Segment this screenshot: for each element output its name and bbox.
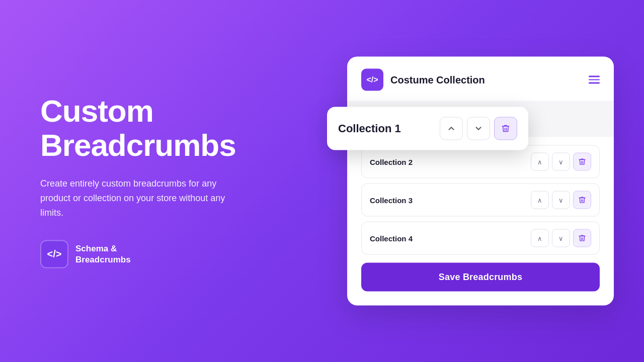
collection-name-2: Collection 2	[370, 157, 413, 166]
move-up-button-2[interactable]: ∧	[531, 153, 549, 171]
save-breadcrumbs-button[interactable]: Save Breadcrumbs	[361, 263, 600, 292]
card-header: </> Costume Collection	[361, 69, 600, 91]
main-title: Custom Breadcrumbs	[40, 94, 242, 162]
trash-icon-1	[501, 124, 510, 133]
brand-icon: </>	[40, 240, 68, 268]
brand-badge: </> Schema & Breadcrumbs	[40, 240, 242, 268]
move-up-button-3[interactable]: ∧	[531, 191, 549, 209]
move-down-button-4[interactable]: ∨	[552, 229, 570, 247]
brand-name-line1: Schema &	[75, 243, 117, 253]
row-actions-2: ∧ ∨	[531, 153, 591, 171]
hamburger-line-3	[589, 82, 600, 84]
hamburger-line-1	[589, 76, 600, 77]
card-title: Costume Collection	[390, 74, 582, 85]
back-card: </> Costume Collection Select Collection…	[347, 57, 614, 306]
row-actions-3: ∧ ∨	[531, 191, 591, 209]
chevron-up-icon-1	[447, 124, 456, 133]
title-line1: Custom	[40, 94, 153, 128]
delete-button-4[interactable]	[573, 229, 591, 247]
left-panel: Custom Breadcrumbs Create entirely custo…	[40, 94, 242, 268]
brand-icon-text: </>	[47, 248, 62, 260]
move-down-button-3[interactable]: ∨	[552, 191, 570, 209]
cards-container: </> Costume Collection Select Collection…	[347, 57, 614, 306]
trash-icon-4	[578, 234, 586, 242]
row-actions-4: ∧ ∨	[531, 229, 591, 247]
trash-icon-3	[578, 196, 586, 204]
front-card-actions	[440, 117, 517, 140]
front-card-collection-1: Collection 1	[327, 107, 528, 150]
hamburger-menu-icon[interactable]	[589, 76, 600, 84]
move-up-button-1[interactable]	[440, 117, 463, 140]
collection-row-4: Collection 4 ∧ ∨	[361, 222, 600, 255]
collection-name-3: Collection 3	[370, 196, 413, 204]
trash-icon-2	[578, 158, 586, 166]
collection-name-4: Collection 4	[370, 234, 413, 242]
move-down-button-2[interactable]: ∨	[552, 153, 570, 171]
move-up-button-4[interactable]: ∧	[531, 229, 549, 247]
title-line2: Breadcrumbs	[40, 128, 236, 162]
subtitle-text: Create entirely custom breadcrumbs for a…	[40, 176, 242, 220]
delete-button-2[interactable]	[573, 153, 591, 171]
chevron-down-icon-1	[474, 124, 483, 133]
collection-row-3: Collection 3 ∧ ∨	[361, 184, 600, 217]
delete-button-1[interactable]	[494, 117, 517, 140]
brand-name-line2: Breadcrumbs	[75, 254, 131, 264]
collections-list: Collection 2 ∧ ∨ Collection 3	[361, 137, 600, 255]
brand-name: Schema & Breadcrumbs	[75, 243, 131, 265]
hamburger-line-2	[589, 79, 600, 80]
delete-button-3[interactable]	[573, 191, 591, 209]
move-down-button-1[interactable]	[467, 117, 490, 140]
card-logo-icon: </>	[361, 69, 383, 91]
collection-1-name: Collection 1	[338, 122, 401, 135]
